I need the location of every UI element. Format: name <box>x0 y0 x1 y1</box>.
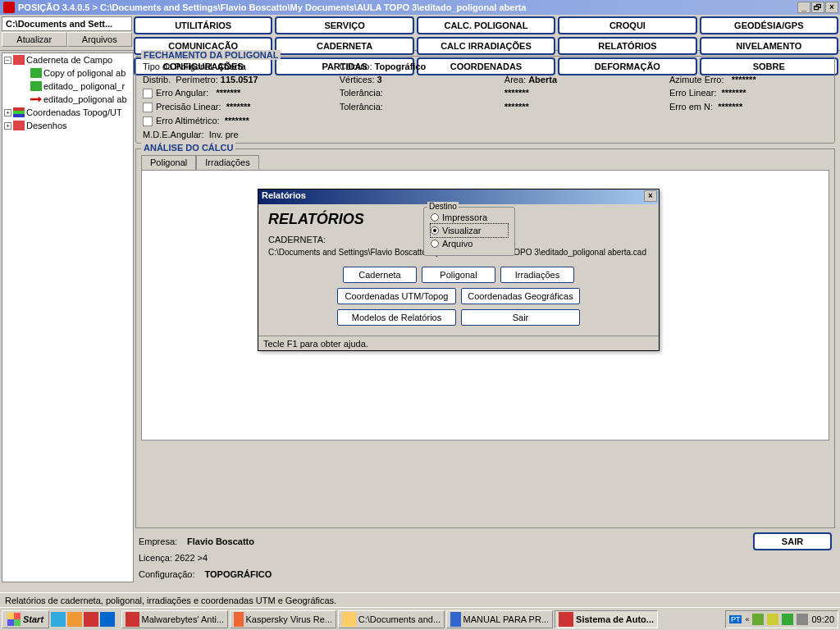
minimize-button[interactable]: _ <box>797 2 810 13</box>
quicklaunch-icon[interactable] <box>84 612 98 627</box>
tab-poligonal[interactable]: Poligonal <box>141 155 196 170</box>
empresa-value: Flavio Boscatto <box>187 536 254 546</box>
grid-icon <box>13 107 25 117</box>
folder-icon <box>13 55 25 65</box>
tree-item-copy[interactable]: Copy of poligonal ab <box>2 66 133 80</box>
config-value: TOPOGRÁFICO <box>205 569 272 579</box>
menu-geodesia[interactable]: GEODÉSIA/GPS <box>700 16 838 34</box>
dlg-coord-geo-button[interactable]: Coordenadas Geográficas <box>461 288 580 304</box>
dialog-titlebar[interactable]: Relatórios × <box>258 189 659 204</box>
arquivos-button[interactable]: Arquivos <box>67 32 133 47</box>
status-text: Relatórios de caderneta, poligonal, irra… <box>5 596 336 605</box>
licenca-label: Licença: 2622 >4 <box>139 553 208 563</box>
task-word[interactable]: MANUAL PARA PR... <box>446 610 553 628</box>
tray-icon[interactable] <box>797 614 808 625</box>
destino-title: Destino <box>427 202 459 211</box>
dlg-coord-utm-button[interactable]: Coordenadas UTM/Topog <box>337 288 456 304</box>
fechamento-title: FECHAMENTO DA POLIGONAL <box>141 50 281 60</box>
title-text: POSIÇÃO 3.4.0.5 > C:\Documents and Setti… <box>18 2 526 12</box>
radio-impressora[interactable]: Impressora <box>431 211 508 224</box>
close-button[interactable]: × <box>825 2 838 13</box>
sair-button[interactable]: SAIR <box>753 532 832 550</box>
menu-utilitarios[interactable]: UTILITÁRIOS <box>134 16 272 34</box>
titlebar: POSIÇÃO 3.4.0.5 > C:\Documents and Setti… <box>0 0 840 15</box>
menu-calc-poligonal[interactable]: CALC. POLIGONAL <box>417 16 555 34</box>
menu-servico[interactable]: SERVIÇO <box>275 16 413 34</box>
tree-item-editado1[interactable]: editado_ poligonal_r <box>2 80 133 93</box>
dlg-irradiacoes-button[interactable]: Irradiações <box>500 267 574 283</box>
maximize-button[interactable]: 🗗 <box>811 2 824 13</box>
file-icon <box>30 68 42 78</box>
status-bar: Relatórios de caderneta, poligonal, irra… <box>0 592 840 607</box>
start-button[interactable]: Start <box>2 610 49 628</box>
destino-group: Destino Impressora Visualizar Arquivo <box>423 207 515 256</box>
draw-icon <box>13 121 25 130</box>
radio-visualizar[interactable]: Visualizar <box>431 224 508 237</box>
dlg-modelos-button[interactable]: Modelos de Relatórios <box>337 309 456 326</box>
dlg-poligonal-button[interactable]: Poligonal <box>422 267 495 283</box>
task-kaspersky[interactable]: Kaspersky Virus Re... <box>230 610 336 628</box>
tree-item-coordenadas[interactable]: +Coordenadas Topog/UT <box>2 106 133 119</box>
dlg-caderneta-button[interactable]: Caderneta <box>343 267 417 283</box>
app-icon <box>3 2 15 13</box>
quicklaunch-icon[interactable] <box>67 612 82 627</box>
system-tray[interactable]: PT « 09:20 <box>725 610 838 628</box>
dialog-close-button[interactable]: × <box>644 190 657 202</box>
atualizar-button[interactable]: Atualizar <box>2 32 67 47</box>
file-icon <box>30 81 42 91</box>
windows-icon <box>7 613 21 626</box>
tray-icon[interactable] <box>767 614 778 625</box>
fechamento-group: FECHAMENTO DA POLIGONAL Tipo da Poligona… <box>135 56 835 144</box>
top-bar: C:\Documents and Sett... Atualizar Arqui… <box>0 15 840 51</box>
tray-icon[interactable] <box>752 614 764 625</box>
precisao-linear-checkbox[interactable] <box>143 103 153 112</box>
radio-arquivo[interactable]: Arquivo <box>431 237 508 250</box>
dialog-status: Tecle F1 para obter ajuda. <box>258 336 659 350</box>
erro-altimetrico-checkbox[interactable] <box>143 116 153 126</box>
word-icon <box>450 612 460 627</box>
folder-icon <box>342 612 356 627</box>
task-explorer[interactable]: C:\Documents and... <box>338 610 445 628</box>
dlg-sair-button[interactable]: Sair <box>461 309 580 326</box>
arrow-icon <box>30 94 42 104</box>
clock[interactable]: 09:20 <box>811 614 834 624</box>
task-malwarebytes[interactable]: Malwarebytes' Anti... <box>121 610 228 628</box>
menu-croqui[interactable]: CROQUI <box>558 16 696 34</box>
quicklaunch-icon[interactable] <box>100 612 115 627</box>
taskbar: Start Malwarebytes' Anti... Kaspersky Vi… <box>0 607 840 630</box>
tree-item-caderneta[interactable]: −Caderneta de Campo <box>2 53 133 66</box>
tray-icon[interactable] <box>782 614 793 625</box>
tab-irradiacoes[interactable]: Irradiações <box>196 155 258 170</box>
app-icon <box>559 612 573 627</box>
quicklaunch-icon[interactable] <box>51 612 66 627</box>
dialog-title: Relatórios <box>262 190 306 203</box>
tree-panel[interactable]: −Caderneta de Campo Copy of poligonal ab… <box>2 52 134 582</box>
tree-item-editado2[interactable]: editado_poligonal ab <box>2 93 133 106</box>
app-icon <box>126 612 139 627</box>
task-sistema[interactable]: Sistema de Auto... <box>555 610 658 628</box>
lang-indicator[interactable]: PT <box>729 615 742 623</box>
config-label: Configuração: <box>139 569 195 579</box>
app-icon <box>234 612 243 627</box>
tree-item-desenhos[interactable]: +Desenhos <box>2 119 133 132</box>
analise-title: ANÁLISE DO CÁLCU <box>141 143 235 153</box>
path-box: C:\Documents and Sett... <box>2 16 132 31</box>
erro-angular-checkbox[interactable] <box>143 89 153 98</box>
empresa-label: Empresa: <box>139 536 177 546</box>
